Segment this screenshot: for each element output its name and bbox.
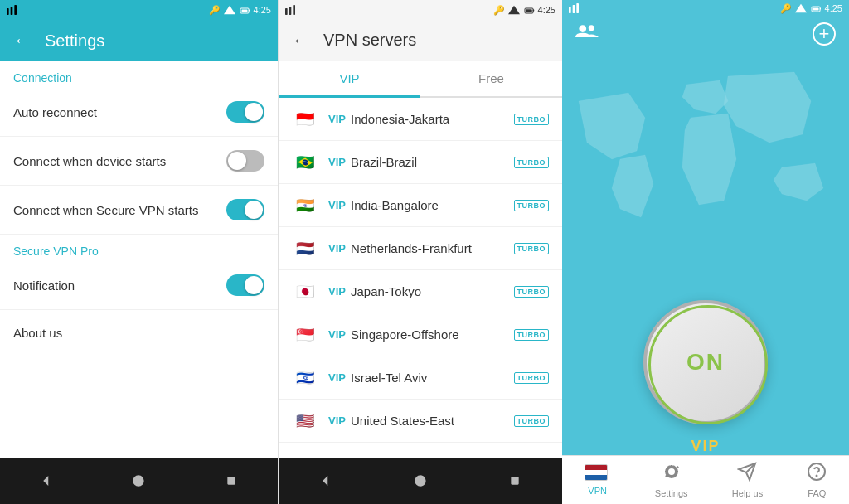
settings-back-button[interactable]: ← <box>13 30 32 51</box>
servers-header: ← VPN servers <box>279 20 562 61</box>
settings-time: 4:25 <box>254 5 271 15</box>
svg-point-27 <box>579 25 586 32</box>
settings-bottom-nav <box>0 458 278 504</box>
vip-badge-israel: VIP <box>328 371 346 384</box>
add-button[interactable]: + <box>813 22 836 46</box>
vpn-button-container: ON VIP <box>643 300 768 455</box>
users-icon[interactable] <box>575 22 599 46</box>
turbo-badge-japan: TURBO <box>514 286 550 298</box>
turbo-badge-us: TURBO <box>514 415 550 427</box>
svg-rect-9 <box>227 477 235 484</box>
svg-marker-7 <box>43 476 48 486</box>
svg-rect-1 <box>11 7 13 15</box>
server-name-group-indonesia: VIP Indonesia-Jakarta <box>328 112 514 126</box>
server-item-netherlands[interactable]: 🇳🇱 VIP Netherlands-Frankfurt TURBO <box>279 227 562 270</box>
tab-free[interactable]: Free <box>420 61 562 96</box>
servers-title: VPN servers <box>323 31 416 50</box>
flag-netherlands: 🇳🇱 <box>292 240 318 258</box>
tab-vip[interactable]: VIP <box>279 61 420 98</box>
faq-nav-label: FAQ <box>808 488 826 498</box>
flag-singapore: 🇸🇬 <box>292 326 318 344</box>
server-list: 🇮🇩 VIP Indonesia-Jakarta TURBO 🇧🇷 VIP Br… <box>279 98 562 458</box>
about-us-item[interactable]: About us <box>0 310 278 356</box>
nav-vpn[interactable]: VPN <box>578 461 618 499</box>
connect-vpn-starts-item: Connect when Secure VPN starts <box>0 186 278 235</box>
vip-badge-netherlands: VIP <box>328 242 346 254</box>
svg-rect-12 <box>293 5 295 15</box>
settings-nav-label: Settings <box>655 488 688 498</box>
vip-badge-indonesia: VIP <box>328 113 346 125</box>
server-item-us[interactable]: 🇺🇸 VIP United States-East TURBO <box>279 400 562 443</box>
nav-faq[interactable]: FAQ <box>800 458 833 502</box>
server-name-india: India-Bangalore <box>351 198 439 212</box>
main-panel: 🔑 4:25 + <box>562 0 849 504</box>
svg-rect-21 <box>573 5 575 13</box>
servers-status-left <box>285 5 298 15</box>
auto-reconnect-item: Auto reconnect <box>0 88 278 137</box>
server-name-brazil: Brazil-Brazil <box>351 155 417 169</box>
auto-reconnect-toggle[interactable] <box>226 101 264 123</box>
notification-label: Notification <box>13 279 75 293</box>
svg-rect-26 <box>820 8 821 10</box>
server-item-brazil[interactable]: 🇧🇷 VIP Brazil-Brazil TURBO <box>279 141 562 184</box>
svg-rect-22 <box>576 3 579 13</box>
notification-toggle[interactable] <box>226 274 264 296</box>
connect-vpn-starts-label: Connect when Secure VPN starts <box>13 203 198 217</box>
server-name-group-india: VIP India-Bangalore <box>328 198 514 212</box>
nav-help[interactable]: Help us <box>725 458 769 502</box>
main-bottom-nav: VPN Settings Help us <box>562 455 849 504</box>
server-name-singapore: Singapore-Offshore <box>351 327 459 342</box>
turbo-badge-india: TURBO <box>514 200 550 211</box>
help-nav-label: Help us <box>732 488 763 498</box>
settings-nav-icon <box>662 462 682 485</box>
servers-status-right: 🔑 4:25 <box>493 5 555 16</box>
server-name-group-singapore: VIP Singapore-Offshore <box>328 327 514 342</box>
svg-marker-23 <box>795 4 807 13</box>
flag-us: 🇺🇸 <box>292 412 318 430</box>
connect-vpn-starts-toggle[interactable] <box>226 199 264 220</box>
svg-rect-0 <box>7 8 9 15</box>
nav-settings[interactable]: Settings <box>648 458 695 502</box>
server-name-group-israel: VIP Israel-Tel Aviv <box>328 371 514 385</box>
servers-panel: 🔑 4:25 ← VPN servers VIP Free 🇮🇩 VIP Ind… <box>278 0 562 504</box>
nav-square-button[interactable] <box>215 464 248 497</box>
turbo-badge-israel: TURBO <box>514 372 550 384</box>
server-name-indonesia: Indonesia-Jakarta <box>351 112 449 126</box>
main-header: + <box>562 17 849 51</box>
servers-nav-square[interactable] <box>498 464 531 497</box>
server-name-japan: Japan-Tokyo <box>351 284 421 298</box>
vip-badge-singapore: VIP <box>328 328 346 341</box>
svg-rect-19 <box>511 477 518 484</box>
nav-home-button[interactable] <box>122 464 155 497</box>
faq-nav-icon <box>807 462 827 485</box>
servers-status-bar: 🔑 4:25 <box>279 0 562 20</box>
connect-device-starts-item: Connect when device starts <box>0 137 278 186</box>
server-item-uk[interactable]: 🇬🇧 VIP United Kingdom-London TURBO <box>279 443 562 458</box>
vpn-power-button[interactable]: ON <box>643 300 768 424</box>
vip-badge-brazil: VIP <box>328 156 346 168</box>
vip-badge-japan: VIP <box>328 285 346 298</box>
world-map <box>562 51 849 300</box>
servers-bottom-nav <box>279 458 562 504</box>
turbo-badge-singapore: TURBO <box>514 329 550 341</box>
help-nav-icon <box>737 462 757 485</box>
nav-back-button[interactable] <box>30 464 63 497</box>
server-item-israel[interactable]: 🇮🇱 VIP Israel-Tel Aviv TURBO <box>279 356 562 400</box>
server-item-japan[interactable]: 🇯🇵 VIP Japan-Tokyo TURBO <box>279 270 562 313</box>
vpn-status-text: ON <box>686 349 725 376</box>
flag-israel: 🇮🇱 <box>292 369 318 387</box>
secure-vpn-pro-label: Secure VPN Pro <box>0 235 278 261</box>
server-name-netherlands: Netherlands-Frankfurt <box>351 241 472 255</box>
main-content: ON VIP <box>562 51 849 455</box>
server-item-indonesia[interactable]: 🇮🇩 VIP Indonesia-Jakarta TURBO <box>279 98 562 141</box>
server-item-singapore[interactable]: 🇸🇬 VIP Singapore-Offshore TURBO <box>279 313 562 356</box>
servers-nav-back[interactable] <box>309 464 342 497</box>
servers-nav-home[interactable] <box>404 464 437 497</box>
server-item-india[interactable]: 🇮🇳 VIP India-Bangalore TURBO <box>279 184 562 227</box>
svg-point-8 <box>133 475 144 486</box>
server-name-israel: Israel-Tel Aviv <box>351 371 427 385</box>
settings-title: Settings <box>45 32 104 51</box>
vip-badge-india: VIP <box>328 199 346 211</box>
servers-back-button[interactable]: ← <box>292 30 310 51</box>
connect-device-starts-toggle[interactable] <box>226 150 264 172</box>
